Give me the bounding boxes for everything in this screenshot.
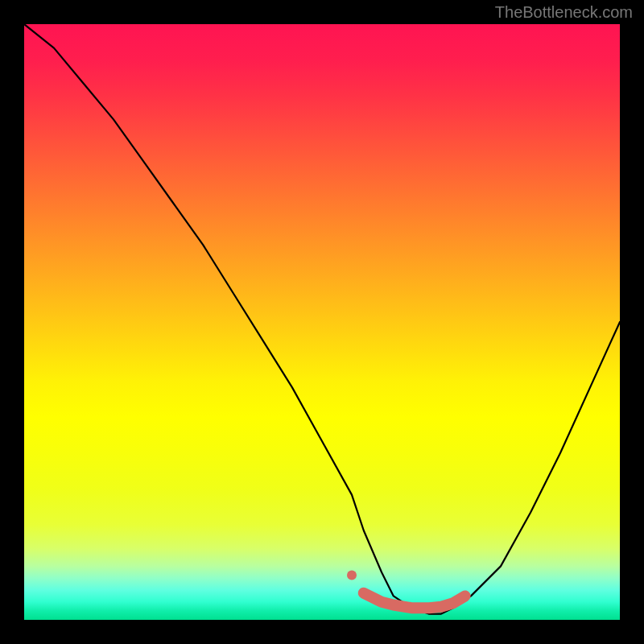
chart-svg bbox=[24, 24, 620, 620]
optimal-marker-line bbox=[364, 593, 465, 609]
optimal-marker-dot bbox=[347, 571, 357, 580]
watermark-text: TheBottleneck.com bbox=[495, 3, 633, 22]
plot-area bbox=[24, 24, 620, 620]
bottleneck-curve-line bbox=[24, 24, 620, 614]
